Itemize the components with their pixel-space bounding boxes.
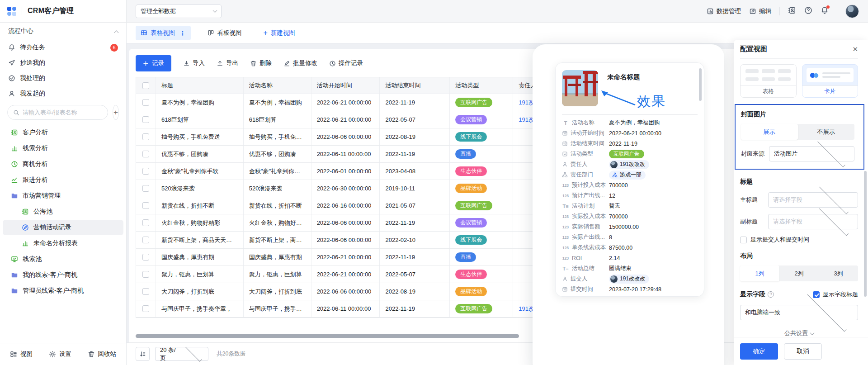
row-checkbox[interactable] bbox=[142, 99, 149, 106]
table-row[interactable]: 抽号购买，手机免费送 抽号购买，手机免费送 2022-06-06 00:00:0… bbox=[136, 128, 601, 146]
row-checkbox[interactable] bbox=[142, 168, 149, 175]
topbar-main: 管理全部数据 数据管理 编辑 bbox=[127, 0, 868, 22]
title-section: 标题 主标题 请选择字段 副标题 请选择字段 显示提交人和提交时间 bbox=[740, 178, 858, 244]
row-checkbox[interactable] bbox=[142, 254, 149, 261]
horizontal-scrollbar[interactable] bbox=[136, 334, 519, 338]
sidebar-item-processed[interactable]: 我处理的 bbox=[0, 71, 126, 86]
help-button[interactable] bbox=[804, 6, 812, 16]
sidebar-item-customer-analysis[interactable]: 客户分析 bbox=[3, 125, 123, 140]
data-manage-button[interactable]: 数据管理 bbox=[707, 7, 741, 15]
add-record-button[interactable]: 记录 bbox=[136, 55, 171, 71]
sidebar-item-todo[interactable]: 待办任务 6 bbox=[0, 40, 126, 55]
more-icon[interactable]: ⋮ bbox=[179, 29, 186, 37]
cell-start-time: 2022-06-06 00:00:00 bbox=[317, 133, 372, 140]
import-button[interactable]: 导入 bbox=[183, 59, 205, 67]
table-row[interactable]: 新货不断上架，商品天天降价 新货不断上架，商品天天降价 2022-06-06 0… bbox=[136, 232, 601, 249]
layout-option-1[interactable]: 1列 bbox=[740, 265, 779, 281]
table-row[interactable]: 聚力，钜惠，巨划算 聚力，钜惠，巨划算 2022-06-21 00:00:00 … bbox=[136, 266, 601, 283]
show-submitter-checkbox[interactable] bbox=[740, 237, 747, 243]
confirm-button[interactable]: 确定 bbox=[740, 343, 778, 360]
row-checkbox[interactable] bbox=[142, 305, 149, 312]
row-checkbox[interactable] bbox=[142, 219, 149, 226]
delete-button[interactable]: 删除 bbox=[250, 59, 272, 67]
row-height-button[interactable] bbox=[136, 347, 150, 361]
search-box[interactable] bbox=[7, 105, 108, 120]
sidebar-item-lead-pool[interactable]: 线索池 bbox=[3, 251, 123, 267]
user-name: 191改改改 bbox=[620, 161, 645, 168]
sidebar-item-my-leads[interactable]: 我的线索-客户-商机 bbox=[3, 267, 123, 283]
close-icon[interactable]: ✕ bbox=[852, 46, 858, 52]
row-checkbox[interactable] bbox=[142, 202, 149, 209]
cover-source-select[interactable]: 活动图片 bbox=[769, 146, 854, 161]
table-row[interactable]: 优惠不够，团购凑 优惠不够，团购凑 2022-06-11 00:00:00 20… bbox=[136, 146, 601, 163]
main-title-select[interactable]: 请选择字段 bbox=[768, 192, 858, 208]
tab-board-view[interactable]: 看板视图 bbox=[203, 26, 247, 40]
contacts-button[interactable] bbox=[788, 6, 796, 16]
sidebar-item-opportunity-analysis[interactable]: 商机分析 bbox=[3, 156, 123, 172]
sidebar-item-marketing-activity[interactable]: 营销活动记录 bbox=[3, 220, 123, 235]
edit-button[interactable]: 编辑 bbox=[749, 7, 771, 15]
display-fields-select[interactable]: 和电脑端一致 bbox=[740, 305, 858, 320]
new-view-button[interactable]: + 新建视图 bbox=[259, 26, 300, 40]
data-scope-select[interactable]: 管理全部数据 bbox=[136, 5, 222, 18]
row-checkbox[interactable] bbox=[142, 116, 149, 123]
sidebar-item-admin-leads[interactable]: 管理员线索-客户-商机 bbox=[3, 283, 123, 299]
sidebar-item-followup-analysis[interactable]: 跟进分析 bbox=[3, 172, 123, 188]
common-settings-toggle[interactable]: 公共设置 bbox=[740, 329, 858, 337]
batch-edit-button[interactable]: 批量修改 bbox=[283, 59, 317, 67]
row-checkbox[interactable] bbox=[142, 151, 149, 157]
table-row[interactable]: 火红金秋，购物好精彩 火红金秋，购物好精彩 2022-06-06 00:00:0… bbox=[136, 214, 601, 232]
search-input[interactable] bbox=[23, 109, 102, 116]
sub-title-select[interactable]: 请选择字段 bbox=[768, 214, 858, 229]
cancel-button[interactable]: 取消 bbox=[784, 343, 822, 360]
sidebar-item-lead-analysis[interactable]: 线索分析 bbox=[3, 141, 123, 156]
text-field-icon: T bbox=[562, 120, 569, 126]
help-icon[interactable]: ? bbox=[768, 291, 774, 298]
folder-icon bbox=[11, 192, 18, 199]
export-button[interactable]: 导出 bbox=[217, 59, 238, 67]
cover-hide-option[interactable]: 不展示 bbox=[798, 124, 855, 140]
edit-icon bbox=[749, 8, 756, 15]
recycle-bin-button[interactable]: 回收站 bbox=[88, 350, 117, 358]
layout-option-2[interactable]: 2列 bbox=[779, 265, 819, 281]
table-row[interactable]: 与国庆甲子，携手奏华章， 与国庆甲子，携手奏华章 2022-06-11 00:0… bbox=[136, 300, 601, 318]
table-row[interactable]: 618巨划算 618巨划算 2022-06-21 00:00:00 2022-0… bbox=[136, 111, 601, 128]
tab-table-view[interactable]: 表格视图 ⋮ bbox=[136, 26, 191, 40]
select-all-checkbox[interactable] bbox=[142, 82, 149, 89]
table-row[interactable]: 国庆盛典，厚惠有期 国庆盛典，厚惠有期 2022-06-21 00:00:00 … bbox=[136, 249, 601, 266]
row-checkbox[interactable] bbox=[142, 237, 149, 243]
table-row[interactable]: 520浪漫来袭 520浪漫来袭 2022-06-30 00:00:00 2019… bbox=[136, 180, 601, 197]
row-checkbox[interactable] bbox=[142, 133, 149, 140]
table-row[interactable]: 金秋"豪"礼拿到你手软 金秋"豪"礼拿到你手软 2022-06-01 00:00… bbox=[136, 163, 601, 180]
views-button[interactable]: 视图 bbox=[10, 350, 33, 358]
page-size-select[interactable]: 20 条/页 bbox=[155, 347, 208, 361]
cover-show-option[interactable]: 展示 bbox=[741, 124, 798, 140]
sidebar-item-public-sea[interactable]: 公海池 bbox=[3, 204, 123, 219]
sidebar-item-marketing-folder[interactable]: 市场营销管理 bbox=[3, 188, 123, 204]
layout-option-3[interactable]: 3列 bbox=[819, 265, 858, 281]
cell-start-time: 2022-06-06 00:00:00 bbox=[317, 219, 372, 226]
view-style-card[interactable]: 卡片 bbox=[802, 64, 859, 98]
table-row[interactable]: 新货在线，折扣不断 新货在线，折扣不断 2022-06-16 00:00:00 … bbox=[136, 197, 601, 214]
add-form-button[interactable]: + bbox=[113, 105, 119, 120]
annotation: 效果 bbox=[600, 90, 666, 108]
sidebar-section-process-center[interactable]: 流程中心 bbox=[0, 23, 126, 40]
user-avatar[interactable] bbox=[845, 5, 859, 18]
card-scrollbar[interactable] bbox=[699, 68, 702, 101]
notifications-button[interactable] bbox=[821, 6, 829, 16]
table-thumbnail bbox=[741, 65, 796, 85]
settings-button[interactable]: 设置 bbox=[49, 350, 71, 358]
view-style-table[interactable]: 表格 bbox=[740, 64, 797, 98]
sidebar-item-cc-me[interactable]: 抄送我的 bbox=[0, 55, 126, 71]
row-checkbox[interactable] bbox=[142, 185, 149, 192]
table-row[interactable]: 大刀阔斧，打折到底 大刀阔斧，打折到底 2022-06-06 00:00:00 … bbox=[136, 283, 601, 300]
row-checkbox[interactable] bbox=[142, 271, 149, 278]
activity-type-tag: 品牌活动 bbox=[455, 184, 487, 194]
sidebar-item-initiated[interactable]: 我发起的 bbox=[0, 86, 126, 101]
sidebar-item-unnamed-report[interactable]: 未命名分析报表 bbox=[3, 236, 123, 251]
table-row[interactable]: 夏不为例，幸福团购 夏不为例，幸福团购 2022-06-21 00:00:00 … bbox=[136, 94, 601, 111]
config-scrollbar[interactable] bbox=[864, 171, 867, 297]
cell-start-time: 2022-06-01 00:00:00 bbox=[317, 168, 372, 175]
row-checkbox[interactable] bbox=[142, 288, 149, 295]
operation-log-button[interactable]: 操作记录 bbox=[329, 59, 363, 67]
